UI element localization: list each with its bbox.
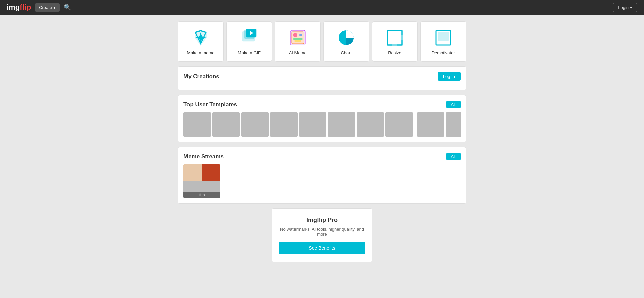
navbar-right: Login ▾ [613,3,637,12]
tool-card-demotivator[interactable]: Demotivator [420,21,466,62]
chevron-down-icon-login: ▾ [630,5,632,10]
tool-label-chart: Chart [341,50,352,55]
ai-icon [288,28,307,47]
top-templates-all-button[interactable]: All [446,101,461,108]
stream-card-fun[interactable]: fun [183,164,220,198]
svg-rect-7 [292,32,304,44]
pro-title: Imgflip Pro [279,217,365,224]
template-thumb-1[interactable] [183,112,211,137]
template-thumb-2[interactable] [212,112,240,137]
tool-label-resize: Resize [388,50,401,55]
templates-row [183,112,461,137]
tool-card-make-gif[interactable]: Make a GIF [226,21,272,62]
tool-label-demotivator: Demotivator [432,50,455,55]
stream-thumb-fun: fun [183,164,220,198]
template-thumb-8[interactable] [385,112,413,137]
login-button[interactable]: Login ▾ [613,3,637,12]
template-thumb-9[interactable] [417,112,444,137]
stream-fun-label: fun [183,192,220,198]
tool-card-make-meme[interactable]: Make a meme [178,21,224,62]
meme-streams-panel: Meme Streams All fun [178,147,466,204]
top-templates-panel: Top User Templates All [178,95,466,142]
streams-row: fun [183,164,461,198]
template-thumb-10[interactable] [446,112,461,137]
meme-streams-title: Meme Streams [183,153,224,160]
see-benefits-button[interactable]: See Benefits [279,242,365,254]
pro-description: No watermarks, AI tools, higher quality,… [279,227,365,237]
chevron-down-icon: ▾ [53,5,56,10]
logo[interactable]: imgflip [7,3,31,12]
svg-point-8 [293,33,297,37]
template-thumb-5[interactable] [299,112,326,137]
template-thumb-6[interactable] [328,112,355,137]
my-creations-title: My Creations [183,73,219,80]
tool-label-make-gif: Make a GIF [238,50,261,55]
logo-flip-part: flip [20,3,31,12]
create-button[interactable]: Create ▾ [35,3,60,12]
svg-rect-13 [387,30,402,45]
gif-icon [240,28,259,47]
navbar: imgflip Create ▾ 🔍 Login ▾ [0,0,644,15]
tool-card-ai-meme[interactable]: AI Meme [275,21,321,62]
create-label: Create [39,5,52,10]
demotivator-icon [434,28,453,47]
template-thumb-3[interactable] [241,112,269,137]
logo-img-part: img [7,3,20,12]
main-content: Make a meme Make a GIF [178,21,466,262]
navbar-left: imgflip Create ▾ 🔍 [7,3,71,12]
resize-icon [385,28,404,47]
search-icon[interactable]: 🔍 [64,4,71,11]
svg-rect-11 [294,40,301,42]
tool-label-ai-meme: AI Meme [289,50,307,55]
tool-label-make-meme: Make a meme [187,50,214,55]
meme-streams-all-button[interactable]: All [446,153,461,160]
template-thumb-7[interactable] [357,112,384,137]
top-templates-title: Top User Templates [183,101,237,108]
svg-rect-15 [438,32,449,40]
pro-box: Imgflip Pro No watermarks, AI tools, hig… [272,208,372,262]
svg-rect-10 [293,38,303,40]
my-creations-login-button[interactable]: Log In [438,72,461,81]
tools-row: Make a meme Make a GIF [178,21,466,62]
template-thumb-4[interactable] [270,112,298,137]
meme-icon [191,28,210,47]
login-label: Login [618,5,629,10]
tool-card-chart[interactable]: Chart [323,21,369,62]
meme-streams-header: Meme Streams All [183,153,461,160]
chart-icon [337,28,356,47]
top-templates-header: Top User Templates All [183,101,461,108]
my-creations-panel: My Creations Log In [178,66,466,90]
svg-point-9 [299,34,302,36]
my-creations-header: My Creations Log In [183,72,461,81]
tool-card-resize[interactable]: Resize [372,21,418,62]
